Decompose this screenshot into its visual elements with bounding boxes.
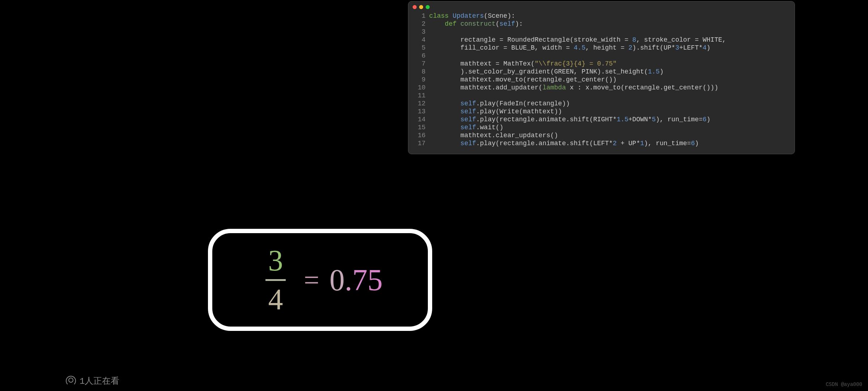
line-number-gutter: 1 2 3 4 5 6 7 8 9 10 11 12 13 14 15 16 1… xyxy=(408,12,429,147)
keyword-class: class xyxy=(429,12,449,20)
digit: 7 xyxy=(352,263,367,297)
code-text: , stroke_color = WHITE, xyxy=(636,36,726,43)
keyword-self: self xyxy=(460,116,476,123)
digit: 0 xyxy=(329,263,345,297)
string-literal: "\\frac{3}{4} = 0.75" xyxy=(535,60,617,67)
code-text: ).set_color_by_gradient(GREEN, PINK).set… xyxy=(429,68,648,75)
code-text: + UP* xyxy=(617,140,640,147)
numerator: 3 xyxy=(268,246,283,276)
code-text: fill_color = BLUE_B, width = xyxy=(429,44,574,51)
denominator: 4 xyxy=(268,285,283,314)
keyword-self: self xyxy=(460,100,476,107)
code-text: .play(rectangle.animate.shift(LEFT* xyxy=(476,140,613,147)
punct: ) xyxy=(707,116,711,123)
indent xyxy=(429,108,460,115)
indent xyxy=(429,140,460,147)
line-number: 5 xyxy=(418,44,426,52)
line-number: 12 xyxy=(418,100,426,108)
keyword-self: self xyxy=(460,124,476,131)
line-number: 14 xyxy=(418,115,426,123)
punct: ( xyxy=(495,20,499,28)
code-text: ), run_time= xyxy=(656,116,703,123)
line-number: 13 xyxy=(418,108,426,115)
number-literal: 1.5 xyxy=(617,116,628,123)
number-literal: 6 xyxy=(703,116,707,123)
keyword-lambda: lambda xyxy=(542,84,566,91)
line-number: 16 xyxy=(418,131,426,139)
indent xyxy=(429,100,460,107)
close-icon[interactable] xyxy=(413,5,417,9)
indent xyxy=(429,124,460,131)
digit: 5 xyxy=(367,263,383,297)
punct: ): xyxy=(515,20,523,28)
number-literal: 8 xyxy=(632,36,636,43)
indent xyxy=(429,116,460,123)
code-text: (Scene): xyxy=(484,12,515,20)
maximize-icon[interactable] xyxy=(426,5,430,9)
line-number: 9 xyxy=(418,76,426,84)
code-text: .play(Write(mathtext)) xyxy=(476,108,562,115)
line-number: 2 xyxy=(418,20,426,28)
viewer-icon xyxy=(66,376,76,386)
number-literal: 2 xyxy=(613,140,617,147)
code-text: , height = xyxy=(586,44,629,51)
decimal-point: . xyxy=(345,263,352,297)
code-text: ).shift(UP* xyxy=(632,44,675,51)
punct: ) xyxy=(660,68,664,75)
equals-sign: = xyxy=(304,264,319,296)
line-number: 11 xyxy=(418,92,426,100)
code-text: .wait() xyxy=(476,124,503,131)
line-number: 15 xyxy=(418,123,426,131)
class-name: Updaters xyxy=(452,12,484,20)
code-editor-window: 1 2 3 4 5 6 7 8 9 10 11 12 13 14 15 16 1… xyxy=(408,1,795,154)
line-number: 17 xyxy=(418,139,426,147)
punct: ) xyxy=(695,140,699,147)
number-literal: 2 xyxy=(629,44,633,51)
code-text: +DOWN* xyxy=(629,116,652,123)
indent xyxy=(429,20,445,28)
animation-rectangle: 3 4 = 0.75 xyxy=(208,229,432,331)
code-text: ), run_time= xyxy=(644,140,691,147)
keyword-self: self xyxy=(460,140,476,147)
number-literal: 1.5 xyxy=(648,68,660,75)
code-text: mathtext.clear_updaters() xyxy=(429,132,558,139)
number-literal: 4.5 xyxy=(574,44,585,51)
function-name: construct xyxy=(460,20,495,28)
line-number: 10 xyxy=(418,84,426,92)
code-text: +LEFT* xyxy=(679,44,703,51)
line-number: 6 xyxy=(418,52,426,60)
minimize-icon[interactable] xyxy=(419,5,423,9)
fraction: 3 4 xyxy=(265,246,286,314)
keyword-def: def xyxy=(445,20,456,28)
math-expression: 3 4 = 0.75 xyxy=(258,246,383,314)
viewer-count-text: 1人正在看 xyxy=(80,375,119,387)
number-literal: 6 xyxy=(691,140,695,147)
code-text: mathtext.move_to(rectangle.get_center()) xyxy=(429,76,617,83)
line-number: 3 xyxy=(418,28,426,36)
number-literal: 1 xyxy=(640,140,644,147)
fraction-bar xyxy=(265,279,286,281)
number-literal: 4 xyxy=(703,44,707,51)
punct: ) xyxy=(707,44,711,51)
number-literal: 3 xyxy=(675,44,679,51)
code-text: mathtext = MathTex( xyxy=(429,60,535,67)
line-number: 7 xyxy=(418,60,426,68)
code-text: .play(rectangle.animate.shift(RIGHT* xyxy=(476,116,617,123)
line-number: 1 xyxy=(418,12,426,20)
code-content[interactable]: class Updaters(Scene): def construct(sel… xyxy=(429,12,726,147)
line-number: 4 xyxy=(418,36,426,44)
keyword-self: self xyxy=(460,108,476,115)
watermark: CSDN @aya000 xyxy=(826,382,862,387)
window-controls xyxy=(408,1,795,12)
code-text: mathtext.add_updater( xyxy=(429,84,542,91)
code-text: .play(FadeIn(rectangle)) xyxy=(476,100,570,107)
viewer-count-badge: 1人正在看 xyxy=(66,375,119,387)
decimal-value: 0.75 xyxy=(329,262,383,298)
number-literal: 5 xyxy=(652,116,656,123)
code-text: x : x.move_to(rectangle.get_center())) xyxy=(566,84,718,91)
code-text: rectangle = RoundedRectangle(stroke_widt… xyxy=(429,36,633,43)
keyword-self: self xyxy=(499,20,515,28)
code-area: 1 2 3 4 5 6 7 8 9 10 11 12 13 14 15 16 1… xyxy=(408,12,795,147)
line-number: 8 xyxy=(418,68,426,76)
